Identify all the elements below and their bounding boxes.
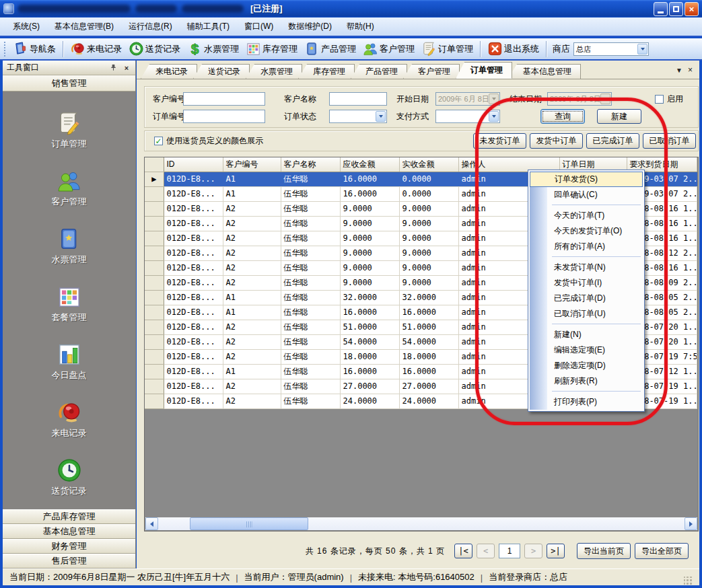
toolbar-button-customer[interactable]: 客户管理: [359, 39, 418, 59]
first-page-button[interactable]: |<: [454, 544, 472, 558]
query-button[interactable]: 查询: [540, 109, 585, 124]
context-menu-item[interactable]: 今天的订单(T): [530, 208, 643, 223]
context-menu-item[interactable]: 打印列表(P): [530, 394, 643, 410]
minimize-button[interactable]: [654, 2, 668, 16]
menu-item[interactable]: 帮助(H): [339, 18, 382, 35]
tool-window-close-icon[interactable]: ×: [122, 63, 131, 73]
order-no-input[interactable]: [183, 110, 265, 123]
row-selector-cell[interactable]: [145, 305, 164, 320]
context-menu-item[interactable]: 发货中订单(I): [530, 275, 643, 291]
order-status-select[interactable]: [329, 110, 387, 123]
toolbar-button-order[interactable]: 订单管理: [418, 39, 477, 59]
close-button[interactable]: ×: [685, 2, 699, 16]
order-status-filter-button[interactable]: 未发货订单: [473, 133, 526, 149]
toolbar-button-inventory[interactable]: 库存管理: [242, 39, 301, 59]
column-header[interactable]: ID: [164, 157, 223, 172]
pay-method-select[interactable]: [435, 110, 500, 123]
row-selector-cell[interactable]: [145, 260, 164, 275]
row-selector-cell[interactable]: [145, 334, 164, 349]
resize-grip[interactable]: [684, 577, 693, 585]
order-status-arrow-icon[interactable]: [376, 111, 386, 122]
sidebar-section-sales[interactable]: 销售管理: [3, 75, 135, 91]
page-number-input[interactable]: [499, 544, 520, 558]
enable-checkbox[interactable]: [655, 95, 664, 104]
sidebar-item-送货记录[interactable]: 送货记录: [3, 448, 135, 506]
shop-select[interactable]: 总店: [573, 42, 649, 56]
context-menu-item[interactable]: 今天的发货订单(O): [530, 223, 643, 239]
shop-select-arrow-icon[interactable]: [637, 44, 647, 54]
column-header[interactable]: 客户名称: [281, 157, 340, 172]
row-selector-cell[interactable]: [145, 394, 164, 408]
menu-item[interactable]: 基本信息管理(B): [47, 18, 121, 35]
context-menu-item[interactable]: 已取消订单(U): [530, 306, 643, 322]
context-menu-item[interactable]: 删除选定项(D): [530, 358, 643, 373]
sidebar-item-水票管理[interactable]: 水票管理: [3, 217, 135, 274]
sidebar-item-客户管理[interactable]: 客户管理: [3, 159, 135, 217]
context-menu-item[interactable]: 新建(N): [530, 327, 643, 342]
row-selector-cell[interactable]: [145, 216, 164, 231]
tab-水票管理[interactable]: 水票管理: [246, 64, 302, 79]
sidebar-section-基本信息管理[interactable]: 基本信息管理: [3, 524, 135, 539]
row-selector-cell[interactable]: [145, 201, 164, 216]
row-selector-cell[interactable]: [145, 364, 164, 379]
maximize-button[interactable]: [669, 2, 683, 16]
menu-item[interactable]: 辅助工具(T): [180, 18, 237, 35]
start-date-arrow-icon[interactable]: [489, 94, 499, 104]
row-selector-cell[interactable]: ▶: [145, 172, 164, 186]
row-selector-cell[interactable]: [145, 379, 164, 394]
tab-来电记录[interactable]: 来电记录: [141, 64, 197, 79]
customer-no-input[interactable]: [183, 92, 265, 106]
tab-客户管理[interactable]: 客户管理: [403, 64, 460, 79]
horizontal-scrollbar[interactable]: [145, 517, 697, 530]
toolbar-button-water-ticket[interactable]: $水票管理: [184, 39, 242, 59]
prev-page-button[interactable]: <: [477, 544, 495, 558]
order-status-filter-button[interactable]: 已完成订单: [586, 133, 639, 149]
row-selector-cell[interactable]: [145, 231, 164, 246]
tab-库存管理[interactable]: 库存管理: [298, 64, 355, 79]
context-menu-item[interactable]: 所有的订单(A): [530, 239, 643, 254]
menu-item[interactable]: 系统(S): [5, 18, 47, 35]
toolbar-button-delivery-record[interactable]: 送货记录: [125, 39, 184, 59]
context-menu-item[interactable]: 已完成订单(D): [530, 291, 643, 306]
row-selector-cell[interactable]: [145, 320, 164, 334]
order-status-filter-button[interactable]: 发货中订单: [530, 133, 583, 149]
tab-基本信息管理[interactable]: 基本信息管理: [508, 64, 581, 79]
tab-送货记录[interactable]: 送货记录: [193, 64, 250, 79]
row-selector-cell[interactable]: [145, 186, 164, 201]
new-button[interactable]: 新建: [597, 109, 641, 124]
toolbar-button-exit[interactable]: 退出系统: [484, 39, 542, 59]
end-date-arrow-icon[interactable]: [600, 94, 610, 104]
menu-item[interactable]: 窗口(W): [237, 18, 281, 35]
tab-list-dropdown-icon[interactable]: ▼: [676, 67, 682, 74]
sidebar-section-财务管理[interactable]: 财务管理: [3, 539, 135, 554]
order-status-filter-button[interactable]: 已取消订单: [643, 133, 696, 149]
next-page-button[interactable]: >: [524, 544, 542, 558]
column-header[interactable]: 客户编号: [223, 157, 281, 172]
tab-close-icon[interactable]: ×: [688, 65, 693, 75]
customer-name-input[interactable]: [329, 92, 387, 106]
export-all-pages-button[interactable]: 导出全部页: [635, 543, 689, 559]
context-menu-item[interactable]: 编辑选定项(E): [530, 342, 643, 358]
tab-订单管理[interactable]: 订单管理: [456, 62, 512, 79]
end-date-picker[interactable]: 2009年 6月 8日: [547, 92, 612, 106]
tab-产品管理[interactable]: 产品管理: [351, 64, 407, 79]
menu-item[interactable]: 数据维护(D): [281, 18, 339, 35]
sidebar-item-来电记录[interactable]: 来电记录: [3, 390, 135, 448]
context-menu-item[interactable]: 未发货订单(N): [530, 260, 643, 275]
toolbar-button-navigator[interactable]: 导航条: [9, 39, 59, 59]
last-page-button[interactable]: >|: [547, 544, 565, 558]
row-selector-cell[interactable]: [145, 246, 164, 260]
start-date-picker[interactable]: 2009年 6月 8日: [435, 92, 500, 106]
scroll-left-icon[interactable]: [145, 517, 158, 530]
context-menu-item[interactable]: 订单发货(S): [530, 172, 643, 187]
context-menu-item[interactable]: 回单确认(C): [530, 187, 643, 203]
sidebar-item-套餐管理[interactable]: 套餐管理: [3, 274, 135, 332]
column-header[interactable]: 实收金额: [399, 157, 458, 172]
sidebar-item-订单管理[interactable]: 订单管理: [3, 101, 135, 159]
toolbar-button-product[interactable]: 产品管理: [301, 39, 359, 59]
pin-icon[interactable]: [108, 63, 118, 73]
row-selector-cell[interactable]: [145, 275, 164, 290]
row-selector-cell[interactable]: [145, 290, 164, 305]
column-header[interactable]: 应收金额: [340, 157, 399, 172]
sidebar-item-今日盘点[interactable]: 今日盘点: [3, 332, 135, 390]
